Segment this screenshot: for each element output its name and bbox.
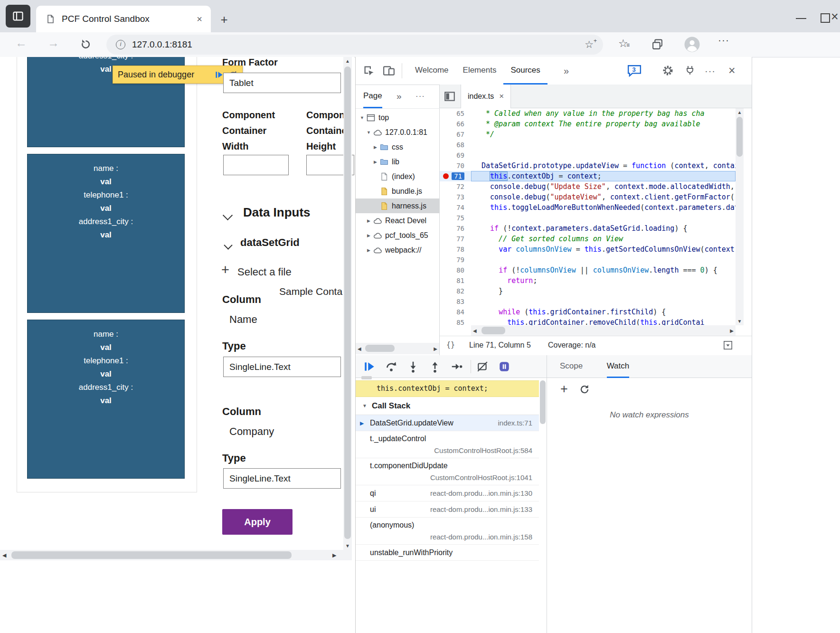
- page-vscroll-thumb[interactable]: [344, 66, 351, 539]
- reload-button[interactable]: [80, 38, 92, 50]
- tree-item-bundle-js[interactable]: bundle.js: [356, 184, 440, 198]
- code-line-71[interactable]: 71 this.contextObj = context;: [440, 171, 736, 181]
- tab-welcome[interactable]: Welcome: [408, 57, 456, 85]
- code-line-84[interactable]: 84 while (this.gridContainer.firstChild)…: [440, 307, 736, 317]
- tree-item-127-0-0-1-81[interactable]: ▼127.0.0.1:81: [356, 125, 440, 140]
- more-tabs-icon[interactable]: »: [564, 57, 569, 85]
- data-inputs-title[interactable]: Data Inputs: [243, 205, 311, 220]
- gutter-line-number[interactable]: 65: [440, 108, 471, 119]
- debugger-pane-vscroll-thumb[interactable]: [540, 380, 546, 424]
- tree-arrow-icon[interactable]: ▶: [372, 145, 379, 150]
- back-button[interactable]: ←: [15, 36, 27, 50]
- add-favorite-icon[interactable]: ☆+: [585, 39, 594, 50]
- gutter-line-number[interactable]: 72: [440, 181, 471, 192]
- tree-item-top[interactable]: ▼top: [356, 110, 440, 125]
- code-line-72[interactable]: 72 console.debug("Update Size", context.…: [440, 181, 736, 192]
- data-inputs-chevron-icon[interactable]: [223, 210, 233, 220]
- code-line-76[interactable]: 76 if (!context.parameters.dataSetGrid.l…: [440, 223, 736, 234]
- tree-arrow-icon[interactable]: ▼: [365, 130, 372, 135]
- tree-arrow-icon[interactable]: ▶: [372, 160, 379, 164]
- browser-menu-icon[interactable]: ···: [718, 34, 729, 46]
- gutter-line-number[interactable]: 69: [440, 150, 471, 161]
- window-close-button[interactable]: ×: [831, 9, 839, 24]
- code-line-85[interactable]: 85 this.gridContainer.removeChild(this.g…: [440, 317, 736, 325]
- type1-input[interactable]: SingleLine.Text: [223, 357, 341, 377]
- page-hscroll-thumb[interactable]: [11, 551, 292, 559]
- gutter-line-number[interactable]: 79: [440, 255, 471, 265]
- favorites-icon[interactable]: ☆≡: [618, 37, 628, 50]
- settings-gear-icon[interactable]: [662, 65, 674, 76]
- code-line-82[interactable]: 82 }: [440, 286, 736, 296]
- breakpoint-checkbox-partial[interactable]: [361, 376, 372, 379]
- call-stack-frame[interactable]: ▶DataSetGrid.updateViewindex.ts:71: [356, 415, 539, 431]
- code-line-83[interactable]: 83: [440, 296, 736, 307]
- gutter-line-number[interactable]: 81: [440, 275, 471, 286]
- call-stack-header[interactable]: ▼ Call Stack: [356, 397, 539, 415]
- site-info-icon[interactable]: i: [116, 40, 125, 49]
- gutter-line-number[interactable]: 80: [440, 265, 471, 275]
- gutter-line-number[interactable]: 74: [440, 202, 471, 213]
- step-out-button[interactable]: [429, 360, 441, 373]
- tree-arrow-icon[interactable]: ▶: [365, 248, 372, 253]
- apply-button[interactable]: Apply: [222, 509, 293, 535]
- step-into-button[interactable]: [407, 360, 419, 373]
- gutter-line-number[interactable]: 66: [440, 119, 471, 129]
- record-card[interactable]: name :valtelephone1 :valaddress1_city :v…: [27, 154, 185, 313]
- file-tab-close-icon[interactable]: ×: [499, 92, 504, 101]
- url-text[interactable]: 127.0.0.1:8181: [132, 39, 585, 50]
- forward-button[interactable]: →: [47, 36, 59, 50]
- scroll-right-icon[interactable]: ▶: [434, 346, 437, 351]
- container-width-input[interactable]: [223, 155, 289, 175]
- scroll-right-icon[interactable]: ▶: [730, 328, 734, 333]
- tab-actions-button[interactable]: [6, 5, 30, 28]
- gutter-line-number[interactable]: 77: [440, 234, 471, 244]
- gutter-line-number[interactable]: 73: [440, 192, 471, 202]
- gutter-line-number[interactable]: 78: [440, 244, 471, 255]
- watch-add-icon[interactable]: +: [557, 378, 571, 401]
- console-messages-button[interactable]: 3: [627, 65, 642, 77]
- type2-input[interactable]: SingleLine.Text: [223, 468, 341, 489]
- scroll-right-icon[interactable]: ▶: [332, 552, 336, 558]
- code-line-80[interactable]: 80 if (!columnsOnView || columnsOnView.l…: [440, 265, 736, 275]
- scroll-left-icon[interactable]: ◀: [473, 328, 477, 333]
- dataset-title[interactable]: dataSetGrid: [240, 236, 300, 249]
- code-line-68[interactable]: 68: [440, 140, 736, 150]
- navigator-more-tabs-icon[interactable]: »: [396, 85, 402, 108]
- devtools-close-icon[interactable]: ×: [728, 57, 736, 84]
- call-stack-frame[interactable]: uireact-dom.produ...ion.min.js:133: [356, 501, 539, 518]
- profile-avatar[interactable]: [684, 37, 700, 52]
- code-line-81[interactable]: 81 return;: [440, 275, 736, 286]
- devtools-menu-icon[interactable]: ···: [705, 57, 716, 85]
- tree-item-lib[interactable]: ▶lib: [356, 154, 440, 169]
- banner-resume-button[interactable]: [215, 70, 224, 79]
- code-line-67[interactable]: 67 */: [440, 129, 736, 140]
- resume-button[interactable]: [363, 360, 376, 373]
- tab-close-icon[interactable]: ×: [197, 14, 202, 25]
- form-factor-select[interactable]: Tablet: [223, 73, 341, 93]
- step-over-button[interactable]: [385, 360, 397, 373]
- dock-source-icon[interactable]: [723, 340, 733, 350]
- scroll-down-icon[interactable]: ▼: [343, 543, 352, 548]
- page-horizontal-scrollbar[interactable]: ◀ ▶: [0, 550, 352, 560]
- code-line-65[interactable]: 65 * Called when any value in the proper…: [440, 108, 736, 119]
- call-stack-frame[interactable]: t._updateControlCustomControlHostRoot.js…: [356, 431, 539, 458]
- navigator-hscrollbar[interactable]: ◀ ▶: [356, 343, 439, 354]
- tree-arrow-icon[interactable]: ▶: [365, 218, 372, 223]
- scroll-up-icon[interactable]: ▲: [736, 110, 744, 115]
- pretty-print-icon[interactable]: {}: [446, 340, 455, 349]
- tab-page[interactable]: Page: [363, 85, 382, 108]
- scroll-down-icon[interactable]: ▼: [736, 319, 744, 324]
- scroll-up-icon[interactable]: ▲: [343, 58, 352, 64]
- tree-item-harness-js[interactable]: harness.js: [356, 198, 440, 213]
- window-maximize-button[interactable]: [821, 13, 830, 23]
- pause-on-exceptions-button[interactable]: [498, 360, 510, 373]
- select-file-plus-icon[interactable]: +: [221, 262, 229, 278]
- code-line-78[interactable]: 78 var columnsOnView = this.getSortedCol…: [440, 244, 736, 255]
- code-line-66[interactable]: 66 * @param context The entire property …: [440, 119, 736, 129]
- gutter-line-number[interactable]: 67: [440, 129, 471, 140]
- code-line-69[interactable]: 69: [440, 150, 736, 161]
- gutter-line-number[interactable]: 68: [440, 140, 471, 150]
- devtools-extras-icon[interactable]: [684, 65, 696, 76]
- select-file-link[interactable]: Select a file: [237, 266, 292, 278]
- tab-sources[interactable]: Sources: [503, 57, 547, 85]
